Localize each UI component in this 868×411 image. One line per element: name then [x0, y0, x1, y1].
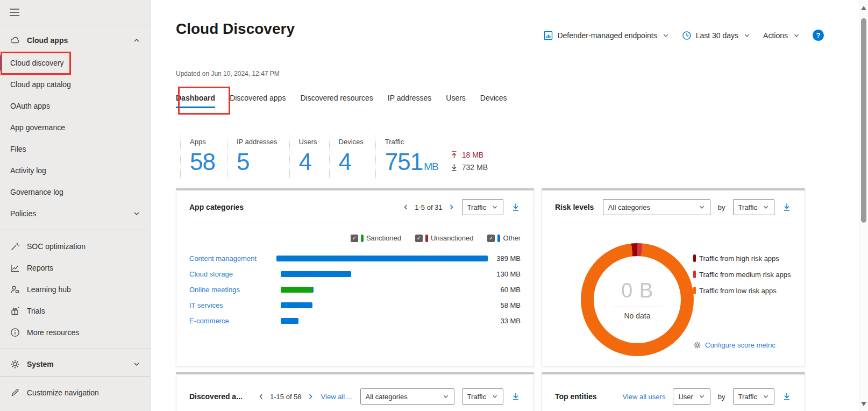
- legend-pill: [361, 235, 364, 242]
- sidebar-item-soc-optimization[interactable]: SOC optimization: [0, 236, 150, 257]
- category-link[interactable]: E-commerce: [189, 317, 281, 325]
- category-filter-dropdown[interactable]: All categories: [360, 388, 454, 405]
- bar-value: 389 MB: [488, 254, 521, 263]
- category-filter-dropdown[interactable]: All categories: [603, 199, 710, 215]
- sidebar-item-trials[interactable]: Trials: [0, 300, 150, 322]
- scroll-up-button[interactable]: [861, 6, 866, 10]
- actions-menu-button[interactable]: Actions: [763, 31, 800, 40]
- sidebar-item-governance-log[interactable]: Governance log: [0, 181, 150, 203]
- wand-icon: [10, 241, 20, 252]
- sidebar-item-reports[interactable]: Reports: [0, 257, 150, 279]
- legend-item-other[interactable]: ✓ Other: [487, 234, 521, 242]
- vertical-scrollbar[interactable]: [859, 0, 868, 411]
- chevron-down-icon: [699, 204, 705, 210]
- gear-icon: [693, 341, 701, 349]
- download-icon: [511, 392, 521, 401]
- sidebar-item-label: More resources: [27, 328, 140, 337]
- tab-devices[interactable]: Devices: [480, 94, 507, 107]
- sidebar-item-customize-navigation[interactable]: Customize navigation: [0, 382, 150, 403]
- view-all-link[interactable]: View all ...: [321, 393, 353, 401]
- chevron-down-icon: [492, 204, 498, 210]
- sidebar-item-label: Customize navigation: [27, 388, 140, 397]
- next-page-button[interactable]: [448, 204, 454, 210]
- chart-legend: ✓ Sanctioned ✓ Unsanctioned ✓ Other: [176, 223, 533, 242]
- metric-dropdown[interactable]: Traffic: [462, 199, 503, 215]
- donut-center-value: 0 B: [621, 279, 653, 302]
- sidebar-item-learning-hub[interactable]: Learning hub: [0, 279, 150, 300]
- tab-ip-addresses[interactable]: IP addresses: [388, 94, 431, 107]
- download-button[interactable]: [782, 202, 792, 212]
- stat-users[interactable]: Users 4: [289, 136, 329, 179]
- sidebar-item-files[interactable]: Files: [0, 138, 150, 160]
- time-range-selector[interactable]: Last 30 days: [682, 31, 750, 40]
- tab-discovered-resources[interactable]: Discovered resources: [300, 94, 373, 107]
- main-content: Cloud Discovery Defender-managed endpoin…: [151, 0, 859, 411]
- legend-label: Traffic from medium risk apps: [699, 271, 791, 279]
- chevron-down-icon: [663, 32, 669, 39]
- view-all-users-link[interactable]: View all users: [622, 393, 665, 401]
- tab-users[interactable]: Users: [446, 94, 466, 107]
- panel-title: Top entities: [555, 392, 597, 401]
- sidebar-item-oauth-apps[interactable]: OAuth apps: [0, 95, 150, 117]
- stat-traffic[interactable]: Traffic 751MB 18 MB 732 MB: [375, 136, 500, 179]
- sidebar-item-label: Policies: [10, 209, 133, 218]
- sidebar-item-label: Cloud app catalog: [10, 80, 140, 89]
- metric-dropdown[interactable]: Traffic: [733, 199, 774, 215]
- legend-pill: [425, 235, 428, 242]
- prev-page-button[interactable]: [258, 393, 265, 400]
- prev-page-button[interactable]: [403, 204, 409, 210]
- download-button[interactable]: [511, 202, 521, 212]
- legend-item-unsanctioned[interactable]: ✓ Unsanctioned: [415, 234, 474, 242]
- divider: [555, 223, 792, 223]
- metric-dropdown[interactable]: Traffic: [733, 388, 774, 405]
- bar-value: 33 MB: [486, 317, 521, 325]
- next-page-button[interactable]: [307, 393, 314, 400]
- scrollbar-thumb[interactable]: [861, 18, 866, 223]
- configure-score-metric-link[interactable]: Configure score metric: [693, 341, 775, 349]
- sidebar: Cloud apps Cloud discovery Cloud app cat…: [0, 0, 151, 411]
- scroll-down-button[interactable]: [861, 402, 866, 406]
- by-label: by: [718, 393, 725, 401]
- stat-apps[interactable]: Apps 58: [180, 136, 227, 179]
- sidebar-section-cloud-apps[interactable]: Cloud apps: [0, 29, 150, 52]
- stat-ip-addresses[interactable]: IP addresses 5: [227, 136, 289, 179]
- sidebar-item-label: Activity log: [10, 166, 140, 175]
- risk-legend-pill: [693, 287, 696, 294]
- metric-dropdown[interactable]: Traffic: [462, 388, 503, 405]
- time-range-label: Last 30 days: [696, 31, 738, 40]
- category-link[interactable]: Content management: [189, 254, 276, 263]
- download-button[interactable]: [782, 392, 792, 401]
- sidebar-section-system[interactable]: System: [0, 352, 150, 376]
- hamburger-menu-button[interactable]: [0, 0, 150, 25]
- help-button[interactable]: ?: [813, 30, 824, 41]
- pagination-label: 1-15 of 58: [270, 393, 302, 401]
- bar-row: Cloud storage130 MB: [176, 266, 533, 282]
- category-link[interactable]: Cloud storage: [189, 270, 281, 278]
- risk-legend: Traffic from high risk apps Traffic from…: [693, 251, 793, 299]
- by-label: by: [718, 203, 725, 211]
- stat-value: 58: [190, 149, 215, 175]
- tab-discovered-apps[interactable]: Discovered apps: [230, 94, 286, 107]
- sidebar-item-label: SOC optimization: [27, 242, 140, 251]
- legend-label: Sanctioned: [366, 234, 401, 242]
- stat-value: 4: [339, 149, 364, 175]
- stat-devices[interactable]: Devices 4: [329, 136, 375, 179]
- sidebar-item-cloud-discovery[interactable]: Cloud discovery: [0, 52, 150, 74]
- tab-dashboard[interactable]: Dashboard: [176, 94, 215, 107]
- sidebar-item-policies[interactable]: Policies: [0, 203, 150, 224]
- bar: [281, 287, 486, 293]
- legend-item-sanctioned[interactable]: ✓ Sanctioned: [351, 234, 401, 242]
- bar: [281, 271, 486, 277]
- sidebar-item-activity-log[interactable]: Activity log: [0, 160, 150, 181]
- report-stream-selector[interactable]: Defender-managed endpoints: [544, 31, 668, 40]
- download-value: 732 MB: [462, 163, 488, 172]
- sidebar-item-more-resources[interactable]: More resources: [0, 322, 150, 343]
- sidebar-item-cloud-app-catalog[interactable]: Cloud app catalog: [0, 74, 150, 95]
- category-link[interactable]: IT services: [189, 301, 281, 309]
- bar: [281, 302, 486, 308]
- download-button[interactable]: [511, 392, 521, 401]
- sidebar-item-app-governance[interactable]: App governance: [0, 117, 150, 138]
- category-link[interactable]: Online meetings: [189, 286, 281, 294]
- entity-dropdown[interactable]: User: [673, 388, 710, 405]
- stat-unit: MB: [424, 161, 438, 172]
